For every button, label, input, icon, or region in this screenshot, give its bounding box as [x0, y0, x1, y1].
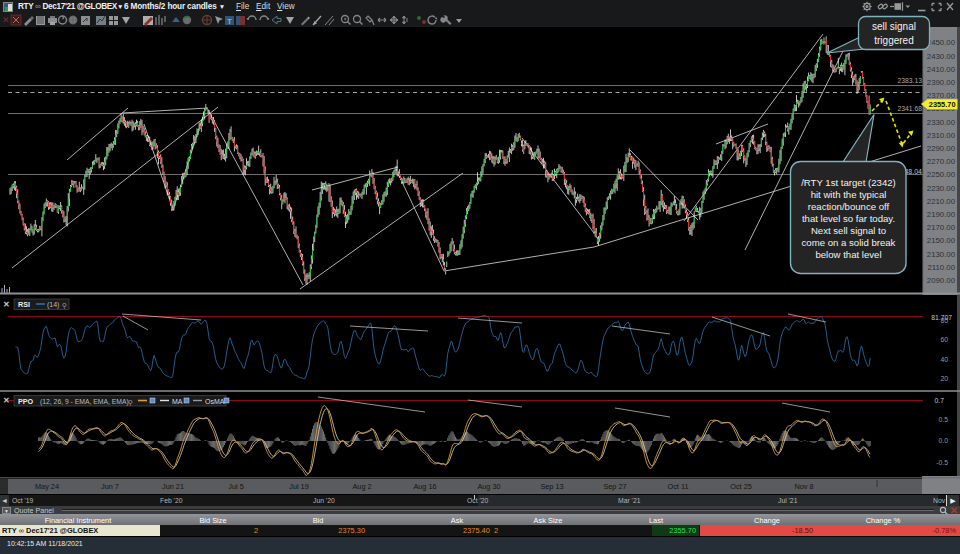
svg-text:OsMA: OsMA	[205, 398, 225, 405]
svg-text:come on a solid break: come on a solid break	[802, 237, 896, 248]
svg-text:2341.68: 2341.68	[897, 105, 922, 112]
svg-text:2150.00: 2150.00	[927, 236, 956, 245]
svg-text:Jul 5: Jul 5	[228, 482, 243, 491]
svg-text:2310.00: 2310.00	[927, 131, 956, 140]
svg-text:Aug 30: Aug 30	[477, 482, 500, 491]
svg-text:Jun 7: Jun 7	[101, 482, 119, 491]
svg-text:2230.00: 2230.00	[927, 184, 956, 193]
svg-text:2290.00: 2290.00	[927, 144, 956, 153]
svg-text:Oct 11: Oct 11	[668, 482, 689, 491]
svg-text:Jun 21: Jun 21	[162, 482, 184, 491]
svg-text:⚲: ⚲	[128, 399, 133, 406]
svg-text:/RTY 1st target (2342): /RTY 1st target (2342)	[801, 177, 896, 188]
svg-text:Sep 13: Sep 13	[540, 482, 563, 491]
svg-text:✕: ✕	[3, 300, 10, 309]
svg-text:2270.00: 2270.00	[927, 157, 956, 166]
svg-text:2450.00: 2450.00	[927, 38, 956, 47]
svg-text:(12, 26, 9 - EMA, EMA, EMA): (12, 26, 9 - EMA, EMA, EMA)	[40, 398, 129, 406]
svg-text:2170.00: 2170.00	[927, 223, 956, 232]
svg-text:2110.00: 2110.00	[927, 263, 955, 272]
svg-text:May 24: May 24	[35, 482, 59, 491]
svg-text:2410.00: 2410.00	[927, 65, 956, 74]
svg-text:RSI: RSI	[18, 300, 30, 309]
svg-text:2383.13: 2383.13	[897, 77, 922, 84]
svg-text:Aug 2: Aug 2	[352, 482, 371, 491]
svg-text:(14): (14)	[47, 301, 59, 309]
svg-text:reaction/bounce off: reaction/bounce off	[808, 201, 890, 212]
svg-text:40: 40	[940, 356, 948, 363]
svg-text:⚲: ⚲	[62, 302, 67, 309]
svg-text:below that level: below that level	[815, 249, 881, 260]
svg-text:that level so far today.: that level so far today.	[802, 213, 895, 224]
svg-text:triggered: triggered	[874, 35, 913, 46]
svg-text:hit with the typical: hit with the typical	[811, 189, 887, 200]
svg-text:0.5: 0.5	[939, 416, 949, 423]
svg-text:20: 20	[940, 375, 948, 382]
svg-text:2330.00: 2330.00	[927, 118, 956, 127]
svg-text:✕: ✕	[3, 396, 10, 405]
svg-text:2250.00: 2250.00	[927, 170, 956, 179]
svg-text:2090.00: 2090.00	[927, 276, 956, 285]
svg-text:Next sell signal to: Next sell signal to	[811, 225, 886, 236]
svg-text:PPO: PPO	[18, 397, 34, 406]
svg-text:81.707: 81.707	[931, 314, 952, 321]
svg-text:2130.00: 2130.00	[927, 250, 956, 259]
svg-text:2210.00: 2210.00	[927, 197, 956, 206]
svg-text:0.0: 0.0	[939, 437, 949, 444]
svg-text:sell signal: sell signal	[872, 21, 916, 32]
svg-text:2430.00: 2430.00	[927, 52, 956, 61]
svg-text:Aug 16: Aug 16	[413, 482, 436, 491]
svg-text:Oct 25: Oct 25	[730, 482, 752, 491]
svg-text:Jul 19: Jul 19	[289, 482, 308, 491]
svg-text:Sep 27: Sep 27	[603, 482, 626, 491]
svg-text:0.7: 0.7	[935, 397, 945, 404]
svg-text:60: 60	[940, 336, 948, 343]
svg-text:2390.00: 2390.00	[927, 78, 956, 87]
svg-text:2355.70: 2355.70	[929, 100, 956, 109]
svg-text:MA: MA	[172, 398, 183, 405]
svg-text:Nov 8: Nov 8	[794, 482, 813, 491]
svg-text:2190.00: 2190.00	[927, 210, 956, 219]
svg-text:-0.5: -0.5	[936, 459, 948, 466]
